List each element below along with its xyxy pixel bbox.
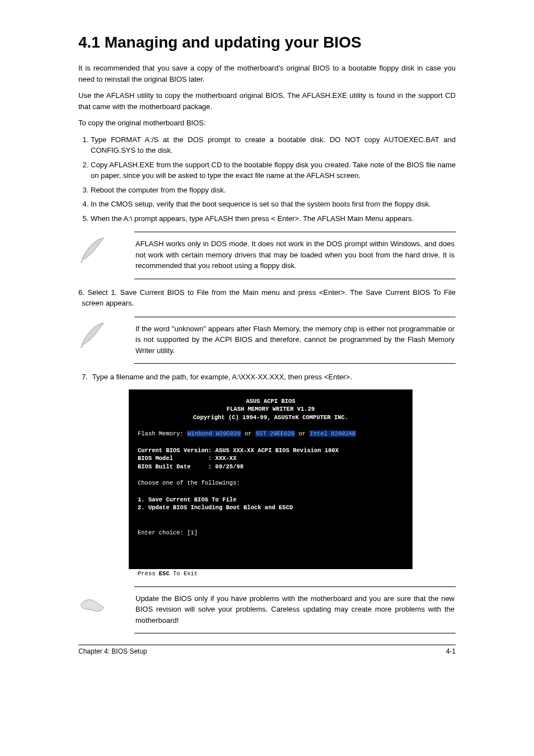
note-quill-icon xyxy=(78,321,109,351)
term-or: or xyxy=(295,430,309,437)
note-hand-icon xyxy=(78,591,109,621)
term-header-2: FLASH MEMORY WRITER V1.29 xyxy=(227,406,315,412)
term-chip-1: Winbond W29C020 xyxy=(187,430,241,437)
subheading: To copy the original motherboard BIOS: xyxy=(78,118,456,129)
step-item: Type FORMAT A:/S at the DOS prompt to cr… xyxy=(91,134,456,156)
term-enter-choice: Enter choice: [1] xyxy=(138,529,198,536)
intro-paragraph-1: It is recommended that you save a copy o… xyxy=(78,63,456,84)
step-7: Type a filename and the path, for exampl… xyxy=(78,372,456,383)
note-block: If the word "unknown" appears after Flas… xyxy=(78,317,456,364)
section-title: 4.1 Managing and updating your BIOS xyxy=(78,34,456,51)
term-or: or xyxy=(241,430,255,437)
term-chip-3: Intel 82802AB xyxy=(309,430,356,437)
term-exit-suffix: To Exit xyxy=(170,570,198,577)
term-line-date: BIOS Built Date : 09/25/98 xyxy=(138,463,243,470)
term-header-3: Copyright (C) 1994-99, ASUSTeK COMPUTER … xyxy=(193,414,348,421)
page-footer: Chapter 4: BIOS Setup 4-1 xyxy=(78,645,456,655)
term-line-version: Current BIOS Version: ASUS XXX-XX ACPI B… xyxy=(138,447,339,454)
note-quill-icon xyxy=(78,236,109,266)
note-text: If the word "unknown" appears after Flas… xyxy=(134,319,456,362)
footer-right: 4-1 xyxy=(446,647,456,655)
note-text: AFLASH works only in DOS mode. It does n… xyxy=(134,234,456,277)
note-rule-bottom xyxy=(134,633,456,633)
term-exit-key: ESC xyxy=(159,570,170,577)
note-text: Update the BIOS only if you have problem… xyxy=(134,589,456,632)
term-exit-prefix: Press xyxy=(138,570,159,577)
footer-left: Chapter 4: BIOS Setup xyxy=(78,647,147,655)
term-option-1: 1. Save Current BIOS To File xyxy=(138,496,236,503)
note-block: Update the BIOS only if you have problem… xyxy=(78,586,456,634)
terminal-screenshot: ASUS ACPI BIOS FLASH MEMORY WRITER V1.29… xyxy=(129,389,413,579)
term-flash-label: Flash Memory: xyxy=(138,430,187,437)
intro-paragraph-2: Use the AFLASH utility to copy the mothe… xyxy=(78,90,456,112)
note-rule-top xyxy=(134,232,456,232)
step-item: Copy AFLASH.EXE from the support CD to t… xyxy=(91,159,456,181)
step-item: When the A:\ prompt appears, type AFLASH… xyxy=(91,213,456,224)
term-chip-2: SST 29EE020 xyxy=(255,430,295,437)
step-item: Reboot the computer from the floppy disk… xyxy=(91,185,456,196)
steps-list: Type FORMAT A:/S at the DOS prompt to cr… xyxy=(78,134,456,224)
note-rule-top xyxy=(134,586,456,587)
note-rule-top xyxy=(134,317,456,317)
note-rule-bottom xyxy=(134,363,456,364)
step-6: 6. Select 1. Save Current BIOS to File f… xyxy=(78,287,456,309)
note-block: AFLASH works only in DOS mode. It does n… xyxy=(78,232,456,279)
term-line-model: BIOS Model : XXX-XX xyxy=(138,455,236,462)
term-choose: Choose one of the followings: xyxy=(138,480,240,486)
note-rule-bottom xyxy=(134,279,456,279)
term-header-1: ASUS ACPI BIOS xyxy=(246,398,295,405)
step-item: In the CMOS setup, verify that the boot … xyxy=(91,199,456,210)
term-option-2: 2. Update BIOS Including Boot Block and … xyxy=(138,504,293,511)
